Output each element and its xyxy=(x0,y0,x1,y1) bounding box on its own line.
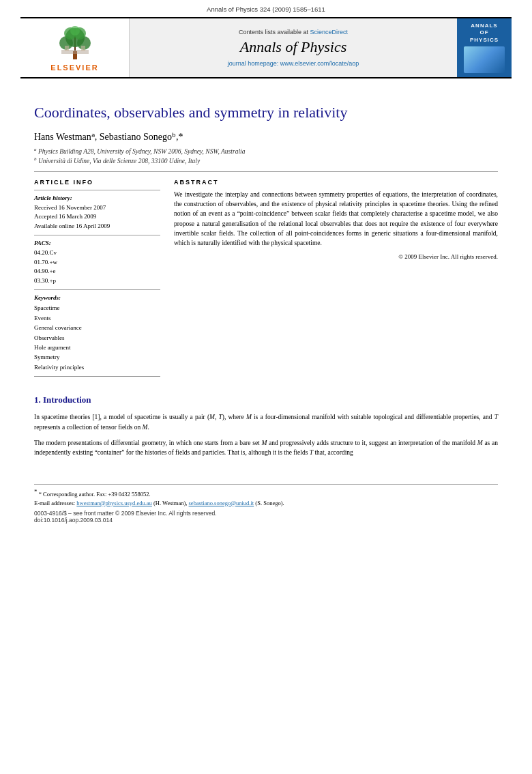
article-info-divider-bot xyxy=(34,376,160,377)
keywords-label: Keywords: xyxy=(34,294,160,301)
keywords-list: Spacetime Events General covariance Obse… xyxy=(34,303,160,372)
intro-p1-text: In spacetime theories [1], a model of sp… xyxy=(34,414,498,431)
paper-title: Coordinates, observables and symmetry in… xyxy=(34,103,498,123)
abstract-text: We investigate the interplay and connect… xyxy=(174,190,498,248)
svg-rect-10 xyxy=(81,46,85,51)
elsevier-logo-section: ELSEVIER xyxy=(20,18,130,77)
annals-logo-section: ANNALS OF PHYSICS xyxy=(457,18,512,77)
page: Annals of Physics 324 (2009) 1585–1611 xyxy=(0,0,532,774)
kw-relativity-principles: Relativity principles xyxy=(34,362,160,372)
main-content: Coordinates, observables and symmetry in… xyxy=(0,78,532,477)
kw-spacetime: Spacetime xyxy=(34,303,160,313)
footer-issn: 0003-4916/$ – see front matter © 2009 El… xyxy=(34,510,498,517)
footer-bottom: 0003-4916/$ – see front matter © 2009 El… xyxy=(0,507,532,529)
annals-line1: ANNALS xyxy=(470,23,499,29)
kw-symmetry: Symmetry xyxy=(34,352,160,362)
annals-logo-image xyxy=(464,46,505,73)
author-names: Hans Westmanᵃ, Sebastiano Sonegoᵇ,* xyxy=(34,132,183,142)
journal-center: Contents lists available at ScienceDirec… xyxy=(130,18,457,77)
affiliation-a: a Physics Building A28, University of Sy… xyxy=(34,147,498,155)
email1-name: (H. Westman), xyxy=(153,500,187,506)
kw-observables: Observables xyxy=(34,333,160,343)
corresponding-note: * Corresponding author. Fax: +39 0432 55… xyxy=(39,491,151,498)
citation-text: Annals of Physics 324 (2009) 1585–1611 xyxy=(207,5,325,13)
footer-divider xyxy=(34,484,498,485)
received-text: Received 16 November 2007 xyxy=(34,203,160,213)
kw-events: Events xyxy=(34,313,160,323)
citation-line: Annals of Physics 324 (2009) 1585–1611 xyxy=(0,0,532,17)
article-info-divider-top xyxy=(34,190,160,190)
pacs-label: PACS: xyxy=(34,240,160,246)
svg-rect-9 xyxy=(65,46,69,51)
annals-logo-text: ANNALS OF PHYSICS xyxy=(470,23,499,44)
affiliation-divider xyxy=(34,171,498,172)
pacs-03-30: 03.30.+p xyxy=(34,276,160,286)
article-info-heading: ARTICLE INFO xyxy=(34,179,160,186)
pacs-01-70: 01.70.+w xyxy=(34,258,160,268)
annals-line3: PHYSICS xyxy=(470,37,499,44)
intro-p2-text: The modern presentations of differential… xyxy=(34,440,498,457)
article-info-col: ARTICLE INFO Article history: Received 1… xyxy=(34,179,160,381)
pacs-04-90: 04.90.+e xyxy=(34,267,160,276)
affiliation-b-text: Università di Udine, Via delle Scienze 2… xyxy=(38,158,200,164)
sciencedirect-link[interactable]: ScienceDirect xyxy=(310,29,349,35)
article-info-divider-kw xyxy=(34,289,160,290)
journal-header: ELSEVIER Contents lists available at Sci… xyxy=(20,17,512,78)
email2-name: (S. Sonego). xyxy=(255,500,284,506)
contents-line: Contents lists available at ScienceDirec… xyxy=(239,29,348,35)
affiliation-a-text: Physics Building A28, University of Sydn… xyxy=(38,148,246,155)
homepage-line: journal homepage: www.elsevier.com/locat… xyxy=(228,60,359,67)
authors: Hans Westmanᵃ, Sebastiano Sonegoᵇ,* xyxy=(34,131,498,143)
kw-hole-argument: Hole argument xyxy=(34,343,160,352)
footer-doi: doi:10.1016/j.aop.2009.03.014 xyxy=(34,517,498,524)
email2-link[interactable]: sebastiano.sonego@uniud.it xyxy=(189,500,254,506)
introduction-heading: 1. Introduction xyxy=(34,395,498,405)
footer-emails: E-mail addresses: hwestman@physics.usyd.… xyxy=(0,499,532,508)
annals-line2: OF xyxy=(470,29,499,36)
abstract-col: ABSTRACT We investigate the interplay an… xyxy=(174,179,498,381)
accepted-text: Accepted 16 March 2009 xyxy=(34,212,160,222)
intro-paragraph1: In spacetime theories [1], a model of sp… xyxy=(34,412,498,432)
elsevier-label: ELSEVIER xyxy=(50,63,98,72)
available-text: Available online 16 April 2009 xyxy=(34,222,160,231)
article-info-divider-mid xyxy=(34,235,160,235)
email1-link[interactable]: hwestman@physics.usyd.edu.au xyxy=(76,500,152,506)
svg-point-7 xyxy=(70,26,80,35)
elsevier-tree-icon xyxy=(51,24,99,61)
two-col-section: ARTICLE INFO Article history: Received 1… xyxy=(34,179,498,381)
contents-text: Contents lists available at xyxy=(239,29,308,35)
pacs-04-20: 04.20.Cv xyxy=(34,248,160,258)
abstract-copyright: © 2009 Elsevier Inc. All rights reserved… xyxy=(174,253,498,260)
intro-paragraph2: The modern presentations of differential… xyxy=(34,438,498,458)
journal-title-banner: Annals of Physics xyxy=(240,38,346,56)
footer-corresponding: * * Corresponding author. Fax: +39 0432 … xyxy=(0,487,532,499)
homepage-link[interactable]: journal homepage: www.elsevier.com/locat… xyxy=(228,60,359,67)
kw-general-covariance: General covariance xyxy=(34,323,160,332)
email-label: E-mail addresses: xyxy=(34,500,75,506)
affiliation-b: b Università di Udine, Via delle Scienze… xyxy=(34,156,498,164)
abstract-heading: ABSTRACT xyxy=(174,179,498,186)
history-label: Article history: xyxy=(34,195,160,201)
